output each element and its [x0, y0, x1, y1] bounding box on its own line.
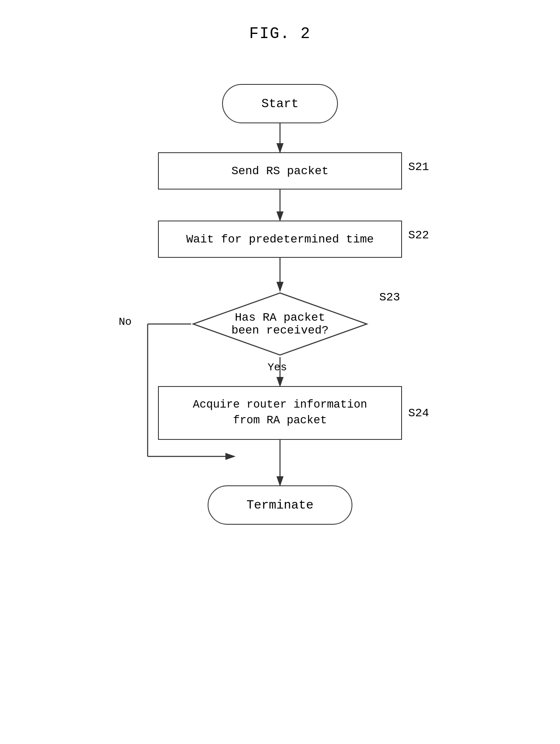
s22-node: Wait for predetermined time	[158, 221, 402, 258]
flowchart: Start Send RS packet S21 Wait for predet…	[94, 67, 466, 721]
terminate-node: Terminate	[208, 485, 352, 525]
s24-label: S24	[408, 407, 429, 420]
s23-text: Has RA packet been received?	[231, 311, 328, 337]
s21-node: Send RS packet	[158, 152, 402, 190]
s22-label: S22	[408, 229, 429, 242]
s23-label: S23	[379, 291, 400, 304]
s21-label: S21	[408, 161, 429, 173]
s23-node: Has RA packet been received?	[191, 291, 369, 357]
start-node: Start	[222, 84, 338, 123]
figure-title: FIG. 2	[249, 25, 311, 43]
yes-label: Yes	[268, 361, 287, 374]
page: FIG. 2	[0, 0, 560, 744]
no-label: No	[119, 316, 132, 328]
s24-node: Acquire router information from RA packe…	[158, 386, 402, 440]
